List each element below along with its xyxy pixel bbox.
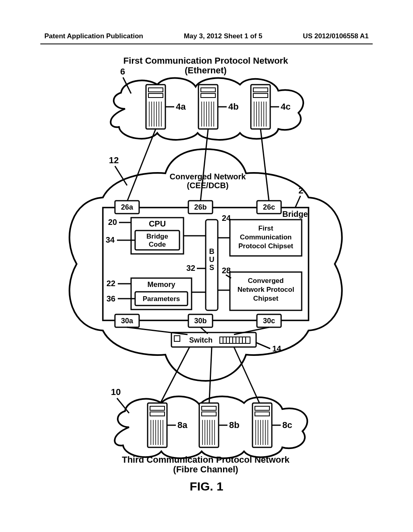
server-8b <box>199 403 219 447</box>
header-rule <box>40 44 373 44</box>
chipset1-l1: First <box>259 224 273 232</box>
bus-label-U: U <box>209 256 215 264</box>
port-30c-label: 30c <box>263 317 275 325</box>
server-4c-label: 4c <box>281 102 290 112</box>
link-4b-26b <box>200 129 208 202</box>
bridge-ref: 2 <box>298 185 303 195</box>
svg-rect-54 <box>252 403 272 447</box>
link-switch-8b <box>209 347 212 409</box>
parameters-label: Parameters <box>143 295 180 303</box>
top-network-title1: First Communication Protocol Network <box>123 56 288 66</box>
bridge-label: Bridge <box>282 210 308 218</box>
header-right: US 2012/0106558 A1 <box>303 32 369 40</box>
bus-label-B: B <box>209 247 215 256</box>
port-26b-label: 26b <box>194 203 206 211</box>
leader-6 <box>123 77 131 94</box>
server-4b <box>198 85 218 129</box>
svg-rect-36 <box>148 403 167 447</box>
server-8c <box>252 403 272 447</box>
header-center: May 3, 2012 Sheet 1 of 5 <box>184 32 263 40</box>
chipset2-ref: 28 <box>222 266 231 275</box>
server-4a-label: 4a <box>176 102 186 112</box>
svg-rect-0 <box>146 85 165 129</box>
server-4a <box>146 85 165 129</box>
memory-label: Memory <box>147 281 175 289</box>
port-30a-label: 30a <box>121 317 133 325</box>
bottom-network-ref: 10 <box>111 387 121 397</box>
chipset1-l2: Communication <box>240 233 292 241</box>
header-left: Patent Application Publication <box>44 32 143 40</box>
leader-14 <box>256 343 270 349</box>
figure-label: FIG. 1 <box>0 480 413 493</box>
top-network-ref: 6 <box>120 66 125 77</box>
converged-title1: Converged Network <box>170 172 246 181</box>
bus-label-S: S <box>209 264 214 272</box>
bridge-code-l1: Bridge <box>146 233 168 240</box>
svg-rect-9 <box>198 85 218 129</box>
bottom-network-title2: (Fibre Channel) <box>173 464 238 474</box>
chipset2-l1: Converged <box>248 277 284 285</box>
converged-title2: (CEE/DCB) <box>187 181 228 190</box>
svg-rect-45 <box>199 403 219 447</box>
port-30b-label: 30b <box>194 317 206 325</box>
server-4c <box>251 85 270 129</box>
svg-rect-18 <box>251 85 270 129</box>
memory-ref: 22 <box>106 279 115 288</box>
cpu-ref: 20 <box>108 218 117 227</box>
chipset2-l2: Network Protocol <box>238 286 294 293</box>
converged-ref: 12 <box>109 155 119 165</box>
link-30a-switch <box>127 327 188 335</box>
server-4b-label: 4b <box>228 102 239 112</box>
bottom-network-title1: Third Communication Protocol Network <box>122 455 290 465</box>
bridge-code-ref: 34 <box>106 235 115 244</box>
network-diagram: First Communication Protocol Network (Et… <box>40 52 371 504</box>
page-header: Patent Application Publication May 3, 20… <box>0 32 413 40</box>
port-26a-label: 26a <box>121 203 133 211</box>
port-26c-label: 26c <box>263 203 275 211</box>
switch-ref: 14 <box>272 344 282 353</box>
chipset1-ref: 24 <box>222 214 231 222</box>
switch-label: Switch <box>189 336 213 344</box>
page: Patent Application Publication May 3, 20… <box>0 0 413 532</box>
server-8a-label: 8a <box>177 420 188 430</box>
server-8a <box>148 403 167 447</box>
link-switch-8a <box>157 347 190 409</box>
link-4c-26c <box>261 129 269 202</box>
bus-ref: 32 <box>186 264 195 272</box>
top-network-title2: (Ethernet) <box>185 65 227 75</box>
leader-2 <box>295 196 300 208</box>
server-8c-label: 8c <box>282 420 292 430</box>
link-4a-26a <box>127 129 156 202</box>
chipset1-l3: Protocol Chipset <box>238 242 293 250</box>
chipset2-l3: Chipset <box>253 295 279 302</box>
bridge-code-l2: Code <box>149 241 166 248</box>
server-8b-label: 8b <box>229 420 240 430</box>
cpu-label: CPU <box>149 219 166 228</box>
parameters-ref: 36 <box>106 294 115 303</box>
